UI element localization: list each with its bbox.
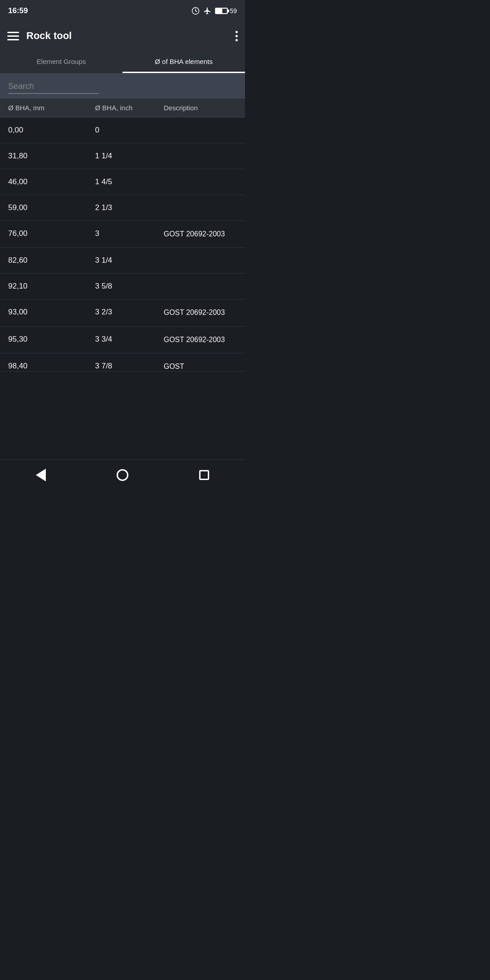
cell-mm: 98,40 (8, 362, 95, 371)
tab-element-groups[interactable]: Element Groups (0, 50, 122, 73)
cell-inch: 3 3/4 (95, 335, 164, 344)
cell-mm: 76,00 (8, 229, 95, 238)
tab-bha-elements[interactable]: Ø of BHA elements (122, 50, 245, 73)
col-header-inch: Ø BHA, inch (95, 104, 164, 112)
table-row[interactable]: 95,303 3/4GOST 20692-2003 (0, 327, 245, 353)
search-container (0, 74, 245, 98)
cell-inch: 2 1/3 (95, 203, 164, 212)
table-body: 0,00031,801 1/446,001 4/559,002 1/376,00… (0, 118, 245, 372)
cell-inch: 3 2/3 (95, 308, 164, 317)
col-header-mm: Ø BHA, mm (8, 104, 95, 112)
cell-desc: GOST 20692-2003 (164, 308, 237, 318)
table-header: Ø BHA, mm Ø BHA, inch Description (0, 98, 245, 118)
cell-mm: 92,10 (8, 282, 95, 291)
cell-inch: 1 1/4 (95, 152, 164, 161)
status-bar: 16:59 59 (0, 0, 245, 22)
clock-icon (191, 7, 200, 15)
app-bar: Rock tool (0, 22, 245, 50)
menu-button[interactable] (7, 32, 19, 40)
table-row[interactable]: 92,103 5/8 (0, 274, 245, 299)
table-row[interactable]: 46,001 4/5 (0, 169, 245, 195)
table-row[interactable]: 0,000 (0, 118, 245, 143)
recents-icon (199, 470, 209, 480)
cell-inch: 3 5/8 (95, 282, 164, 291)
cell-inch: 3 (95, 229, 164, 238)
cell-desc: GOST (164, 362, 237, 372)
home-icon (117, 469, 128, 481)
recents-button[interactable] (191, 461, 218, 489)
table-row[interactable]: 31,801 1/4 (0, 143, 245, 169)
cell-mm: 31,80 (8, 152, 95, 161)
home-button[interactable] (109, 461, 136, 489)
cell-mm: 0,00 (8, 126, 95, 135)
table-row[interactable]: 59,002 1/3 (0, 195, 245, 221)
app-title: Rock tool (26, 30, 228, 42)
cell-inch: 1 4/5 (95, 177, 164, 186)
search-input[interactable] (8, 80, 99, 94)
cell-mm: 46,00 (8, 177, 95, 186)
cell-mm: 93,00 (8, 308, 95, 317)
cell-mm: 95,30 (8, 335, 95, 344)
cell-inch: 3 1/4 (95, 256, 164, 265)
airplane-icon (203, 7, 211, 15)
cell-desc: GOST 20692-2003 (164, 229, 237, 239)
cell-desc: GOST 20692-2003 (164, 335, 237, 345)
back-button[interactable] (27, 461, 54, 489)
status-time: 16:59 (8, 6, 28, 15)
col-header-desc: Description (164, 104, 237, 112)
cell-mm: 82,60 (8, 256, 95, 265)
status-icons: 59 (191, 7, 237, 15)
more-options-button[interactable] (235, 31, 238, 41)
table-row[interactable]: 93,003 2/3GOST 20692-2003 (0, 299, 245, 326)
bottom-nav (0, 459, 245, 490)
table-row[interactable]: 76,003GOST 20692-2003 (0, 221, 245, 248)
table-row[interactable]: 82,603 1/4 (0, 248, 245, 274)
battery-level: 59 (230, 7, 237, 15)
back-icon (36, 469, 46, 481)
cell-mm: 59,00 (8, 203, 95, 212)
cell-inch: 3 7/8 (95, 362, 164, 371)
table-row[interactable]: 98,403 7/8GOST (0, 353, 245, 372)
battery-indicator: 59 (215, 7, 237, 15)
tabs-bar: Element Groups Ø of BHA elements (0, 50, 245, 74)
cell-inch: 0 (95, 126, 164, 135)
